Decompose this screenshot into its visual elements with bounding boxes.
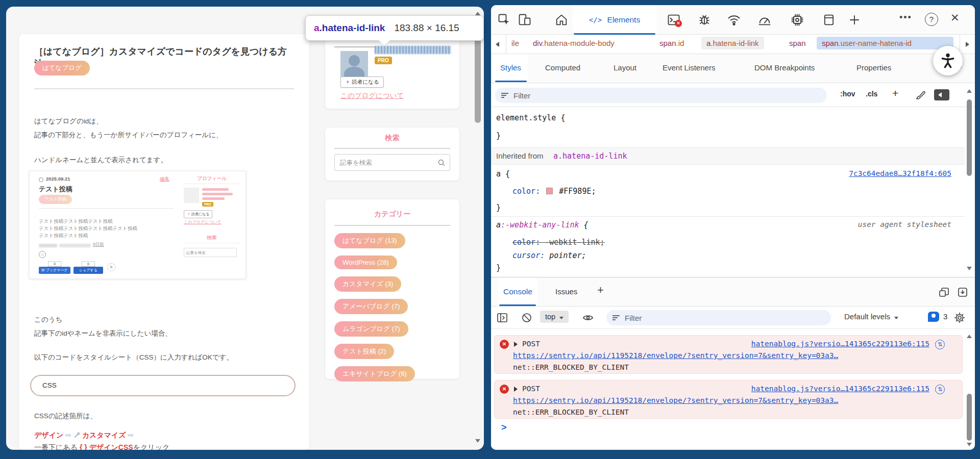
subscribe-button[interactable]: ＋ 読者になる <box>340 76 384 88</box>
breadcrumb-item[interactable]: span <box>789 39 806 47</box>
messages-badge-icon[interactable] <box>928 312 939 322</box>
live-expression-eye-icon[interactable] <box>582 312 594 324</box>
breadcrumb-item[interactable]: ile <box>511 39 519 47</box>
stylesheet-source-link[interactable]: 7c3c64edae8…32f18f4:605 <box>849 169 951 177</box>
color-swatch[interactable] <box>546 188 553 194</box>
category-link[interactable]: テスト投稿 (2) <box>334 344 394 359</box>
dock-drawer-icon[interactable] <box>938 286 950 298</box>
request-url-link[interactable]: https://sentry.io/api/1195218/envelope/?… <box>513 351 838 360</box>
console-error-message: ✕ POST hatenablog.js?versio…141365c22911… <box>494 380 963 419</box>
console-input[interactable] <box>513 421 952 434</box>
tab-styles[interactable]: Styles <box>493 54 528 82</box>
inherited-selector-link[interactable]: a.hatena-id-link <box>553 151 627 161</box>
cursor-declaration[interactable]: cursor: pointer; <box>512 251 586 260</box>
console-settings-gear-icon[interactable] <box>953 312 966 324</box>
tab-event-listeners[interactable]: Event Listeners <box>655 54 722 82</box>
tab-console[interactable]: Console <box>498 277 537 306</box>
blog-search-input[interactable]: 記事を検索 <box>334 154 450 171</box>
expand-caret-icon[interactable] <box>514 387 518 392</box>
open-in-network-icon[interactable]: ⇅ <box>935 340 945 349</box>
debugger-bug-icon[interactable] <box>697 13 712 27</box>
close-devtools-icon[interactable]: ✕ <box>950 12 960 24</box>
javascript-context-dropdown[interactable]: top <box>540 311 569 323</box>
default-levels-dropdown[interactable]: Default levels <box>844 312 898 321</box>
breadcrumb-item[interactable]: div.hatena-module-body <box>533 39 615 47</box>
category-link[interactable]: アメーバブログ (7) <box>334 299 408 314</box>
mini-post-date: 2025.09.21 <box>46 176 70 182</box>
request-url-link[interactable]: https://sentry.io/api/1195218/envelope/?… <box>513 396 838 404</box>
category-link[interactable]: カスタマイズ (3) <box>334 276 401 292</box>
blurred-hatena-id-link[interactable] <box>375 46 451 54</box>
close-drawer-icon[interactable] <box>957 286 969 298</box>
more-options-icon[interactable]: ••• <box>899 12 912 23</box>
console-prompt-chevron: > <box>501 422 507 433</box>
scroll-down-icon[interactable] <box>475 439 480 443</box>
toggle-class-button[interactable]: .cls <box>866 90 877 98</box>
arrow-right-icon: ⇨ <box>65 431 71 439</box>
element-inspect-tooltip: a.hatena-id-link 183.88 × 16.15 <box>305 15 484 41</box>
scrollbar-thumb[interactable] <box>967 99 972 176</box>
application-icon[interactable] <box>822 13 836 27</box>
expand-caret-icon[interactable] <box>514 342 518 347</box>
styles-filter-input[interactable]: Filter <box>495 88 827 103</box>
tab-dom-breakpoints[interactable]: DOM Breakpoints <box>747 54 822 82</box>
struck-declaration[interactable]: color: -webkit-link; <box>512 238 605 247</box>
tab-issues[interactable]: Issues <box>555 277 577 306</box>
tab-elements[interactable]: </> Elements <box>573 5 656 35</box>
breadcrumb-forward-button[interactable] <box>960 35 975 54</box>
breadcrumb-item-hovered[interactable]: a.hatena-id-link <box>701 37 764 49</box>
breadcrumb-item[interactable]: span.id <box>659 39 684 47</box>
category-link[interactable]: はてなブログ (13) <box>334 233 405 248</box>
mini-ago-link: 8日前 <box>93 242 104 248</box>
tab-properties[interactable]: Properties <box>849 54 898 82</box>
category-link[interactable]: エキサイトブログ (6) <box>334 366 415 381</box>
scroll-down-icon[interactable] <box>967 443 972 446</box>
toggle-hover-state-button[interactable]: :hov <box>840 90 855 98</box>
accessibility-widget-button[interactable] <box>933 46 963 75</box>
new-style-rule-button[interactable]: + <box>892 87 898 99</box>
breadcrumb-item-selected[interactable]: span.user-name-hatena-id <box>817 37 953 49</box>
welcome-home-icon[interactable] <box>554 13 569 27</box>
device-toolbar-icon[interactable] <box>518 13 532 27</box>
scroll-down-icon[interactable] <box>967 267 972 270</box>
element-style-rule[interactable]: element.style { <box>496 113 565 122</box>
add-console-tab-icon[interactable]: + <box>597 284 604 297</box>
show-sidebar-pane-icon[interactable] <box>934 89 949 100</box>
rendering-brush-icon[interactable] <box>915 89 927 101</box>
scroll-up-icon[interactable] <box>475 12 480 15</box>
tab-layout[interactable]: Layout <box>606 54 644 82</box>
tab-computed[interactable]: Computed <box>538 54 587 82</box>
elements-breadcrumb-bar: ile div.hatena-module-body span.id a.hat… <box>491 35 975 54</box>
inspect-icon[interactable] <box>497 13 511 27</box>
category-link[interactable]: ムラゴンブログ (7) <box>334 321 408 337</box>
console-scrollbar[interactable] <box>965 329 975 450</box>
more-tools-add-icon[interactable] <box>847 13 862 27</box>
category-link[interactable]: WordPress (28) <box>334 256 397 269</box>
page-scrollbar[interactable] <box>474 7 484 450</box>
ua-rule-selector[interactable]: a:-webkit-any-link { <box>496 220 589 230</box>
breadcrumb-back-button[interactable] <box>491 35 506 54</box>
console-sidebar-toggle-icon[interactable] <box>496 312 508 324</box>
console-tool-icon[interactable]: ✕ <box>667 13 682 27</box>
network-wifi-icon[interactable] <box>727 13 741 27</box>
article-divider <box>34 88 294 89</box>
help-icon[interactable]: ? <box>925 13 938 26</box>
source-location-link[interactable]: hatenablog.js?versio…141365c229113e6:115 <box>751 385 929 393</box>
a-rule-close: } <box>496 203 501 212</box>
clear-console-icon[interactable] <box>521 312 533 324</box>
scrollbar-thumb[interactable] <box>967 394 972 441</box>
console-filter-input[interactable]: Filter <box>606 310 831 325</box>
scroll-up-icon[interactable] <box>967 89 972 93</box>
article-tag-pill[interactable]: はてなブログ <box>34 61 90 75</box>
color-declaration[interactable]: color: #FF989E; <box>512 187 596 196</box>
search-icon[interactable] <box>437 159 446 167</box>
source-location-link[interactable]: hatenablog.js?versio…141365c229113e6:115 <box>751 340 929 348</box>
a-rule-selector[interactable]: a { <box>496 169 510 178</box>
memory-icon[interactable] <box>790 13 804 27</box>
open-in-network-icon[interactable]: ⇅ <box>935 385 945 394</box>
performance-icon[interactable] <box>757 13 772 27</box>
scroll-up-icon[interactable] <box>967 335 972 338</box>
styles-scrollbar[interactable] <box>965 83 975 277</box>
mini-search-heading: 検索 <box>184 235 240 241</box>
about-blog-link[interactable]: このブログについて <box>340 91 404 100</box>
